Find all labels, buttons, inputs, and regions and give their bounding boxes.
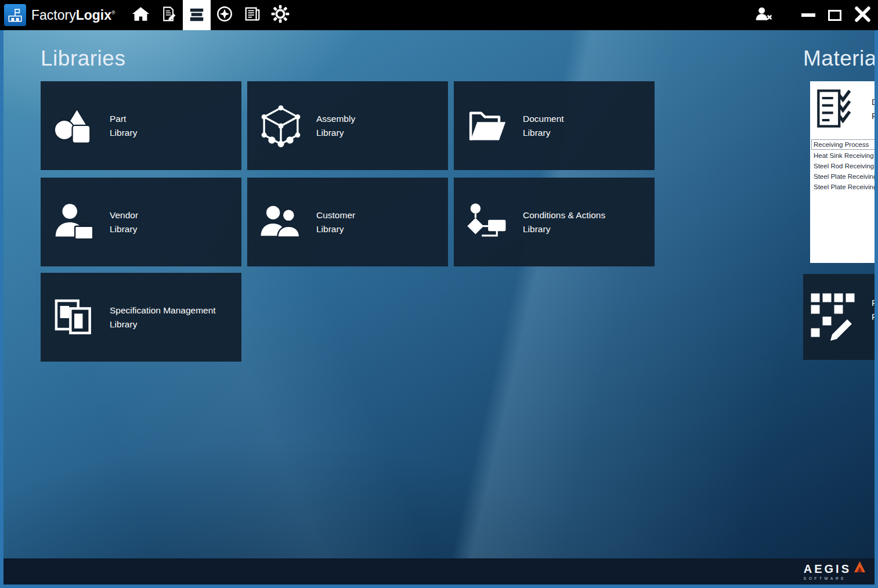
- close-icon: [854, 6, 871, 25]
- tile-label: Customer Library: [316, 208, 355, 236]
- titlebar: FactoryLogix®: [0, 0, 878, 30]
- maximize-icon: [828, 10, 841, 21]
- tile-specification-management-library[interactable]: Specification Management Library: [41, 273, 241, 362]
- window-controls: [755, 0, 871, 30]
- assembly-cube-icon: [255, 100, 306, 151]
- vendor-person-icon: [49, 197, 100, 248]
- customers-people-icon: [255, 197, 306, 248]
- receiving-process-list: Receiving Process Heat Sink Receiving St…: [811, 139, 877, 192]
- compass-icon: [216, 5, 233, 25]
- minimize-button[interactable]: [801, 13, 815, 17]
- materials-heading: Materia: [803, 46, 877, 71]
- process-list-header[interactable]: Receiving Process: [811, 139, 877, 150]
- newspaper-icon: [244, 5, 261, 25]
- receiving-schedule-tile[interactable]: R P: [803, 274, 878, 360]
- tile-vendor-library[interactable]: Vendor Library: [41, 178, 241, 266]
- nav-home-button[interactable]: [127, 0, 155, 30]
- flowchart-icon: [462, 197, 513, 248]
- aegis-brand-text: AEGIS: [804, 562, 851, 576]
- tile-assembly-library[interactable]: Assembly Library: [247, 81, 448, 170]
- logoff-button[interactable]: [755, 6, 772, 24]
- tile-part-library[interactable]: Part Library: [41, 81, 241, 170]
- aegis-tagline: SOFTWARE: [804, 576, 846, 580]
- document-edit-icon: [161, 6, 177, 24]
- part-shapes-icon: [49, 100, 100, 151]
- aegis-logo: AEGIS SOFTWARE: [804, 560, 866, 580]
- minimize-icon: [801, 13, 815, 17]
- nav-definitions-button[interactable]: [155, 0, 183, 30]
- receiving-tile-label: D P: [872, 95, 878, 123]
- tile-document-library[interactable]: Document Library: [454, 81, 655, 170]
- logoff-user-icon: [755, 6, 772, 24]
- receiving-tile-header: D P: [810, 81, 878, 139]
- main-navigation: [127, 0, 294, 30]
- tile-label: Document Library: [523, 112, 564, 140]
- list-item[interactable]: Steel Plate Receiving: [811, 181, 877, 192]
- nav-production-button[interactable]: [211, 0, 239, 30]
- factorylogix-logo-icon: [4, 4, 26, 26]
- tile-label: Assembly Library: [316, 112, 355, 140]
- close-button[interactable]: [854, 6, 871, 25]
- home-icon: [132, 6, 150, 24]
- list-item[interactable]: Heat Sink Receiving: [811, 150, 877, 160]
- libraries-heading: Libraries: [41, 46, 125, 71]
- folder-icon: [462, 100, 513, 151]
- app-title: FactoryLogix®: [31, 8, 115, 23]
- factorylogix-window: FactoryLogix®: [0, 0, 878, 588]
- nav-settings-button[interactable]: [266, 0, 294, 30]
- content-area: Libraries Materia Part Library: [0, 30, 878, 588]
- brand-bold: Logix: [76, 8, 111, 23]
- checklist-icon: [815, 87, 859, 134]
- tile-conditions-actions-library[interactable]: Conditions & Actions Library: [454, 178, 655, 266]
- list-item[interactable]: Steel Plate Receiving: [811, 171, 877, 181]
- schedule-tile-label: R P: [872, 296, 878, 324]
- gear-icon: [271, 5, 290, 26]
- tile-label: Specification Management Library: [110, 304, 216, 331]
- maximize-button[interactable]: [828, 10, 841, 21]
- library-icon: [188, 5, 205, 25]
- aegis-triangle-icon: [851, 560, 866, 576]
- nav-reports-button[interactable]: [239, 0, 266, 30]
- footer-bar: AEGIS SOFTWARE: [3, 558, 875, 585]
- list-item[interactable]: Steel Rod Receiving: [811, 160, 877, 171]
- receiving-process-tile[interactable]: D P Receiving Process Heat Sink Receivin…: [810, 81, 878, 263]
- brand-registered-mark: ®: [111, 10, 115, 16]
- calendar-pencil-icon: [807, 289, 859, 344]
- brand-regular: Factory: [31, 8, 76, 23]
- tile-label: Conditions & Actions Library: [523, 208, 605, 236]
- tile-label: Vendor Library: [110, 208, 138, 236]
- nav-libraries-button[interactable]: [183, 0, 211, 30]
- tile-label: Part Library: [110, 112, 137, 140]
- specification-windows-icon: [49, 292, 100, 343]
- tile-customer-library[interactable]: Customer Library: [247, 178, 448, 266]
